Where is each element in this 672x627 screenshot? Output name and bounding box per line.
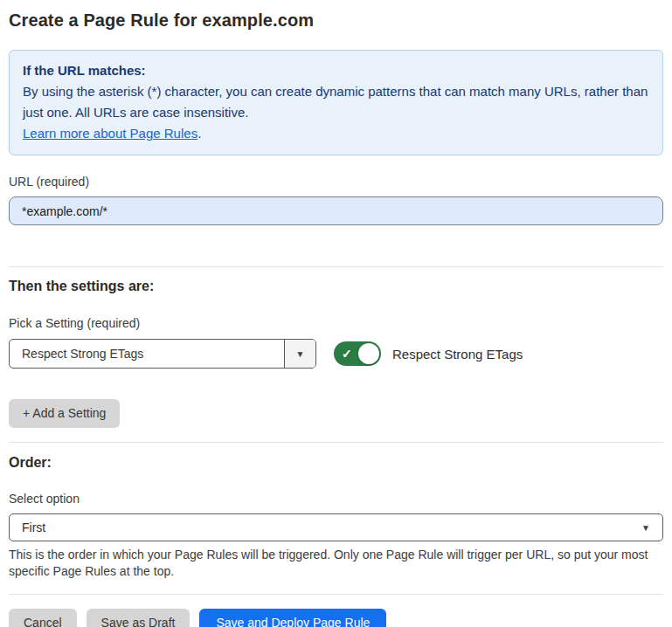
order-select-label: Select option <box>9 492 663 506</box>
order-select[interactable]: First ▼ <box>9 513 663 541</box>
setting-select-arrow-button[interactable]: ▼ <box>284 340 315 368</box>
footer-divider <box>9 594 663 595</box>
footer-actions: Cancel Save as Draft Save and Deploy Pag… <box>9 609 663 627</box>
toggle-knob[interactable] <box>358 343 379 364</box>
url-label: URL (required) <box>9 175 663 189</box>
toggle-label: Respect Strong ETags <box>392 347 523 362</box>
cancel-button[interactable]: Cancel <box>9 609 77 627</box>
page-rule-form: Create a Page Rule for example.com If th… <box>0 0 672 627</box>
info-box-body: By using the asterisk (*) character, you… <box>23 81 649 144</box>
settings-heading: Then the settings are: <box>9 278 663 295</box>
order-help-text: This is the order in which your Page Rul… <box>9 547 660 580</box>
section-divider <box>9 266 663 267</box>
setting-select[interactable]: Respect Strong ETags ▼ <box>9 339 316 369</box>
add-setting-button[interactable]: + Add a Setting <box>9 399 120 428</box>
learn-more-link[interactable]: Learn more about Page Rules <box>23 126 197 141</box>
setting-row: Respect Strong ETags ▼ ✓ Respect Strong … <box>9 339 663 369</box>
info-box-body-text: By using the asterisk (*) character, you… <box>23 84 648 120</box>
chevron-down-icon: ▼ <box>641 523 650 533</box>
section-divider <box>9 442 663 443</box>
link-period: . <box>197 126 201 141</box>
check-icon: ✓ <box>342 348 352 360</box>
dropdown-arrow-icon: ▼ <box>296 349 305 359</box>
save-deploy-button[interactable]: Save and Deploy Page Rule <box>199 609 386 627</box>
info-box-heading: If the URL matches: <box>23 60 649 81</box>
save-draft-button[interactable]: Save as Draft <box>87 609 191 627</box>
pick-setting-label: Pick a Setting (required) <box>9 316 663 331</box>
order-select-value: First <box>22 520 45 534</box>
url-match-info-box: If the URL matches: By using the asteris… <box>9 50 663 155</box>
url-input[interactable] <box>9 196 663 225</box>
etag-toggle[interactable]: ✓ <box>334 341 381 366</box>
page-title: Create a Page Rule for example.com <box>9 9 663 31</box>
setting-select-value: Respect Strong ETags <box>10 340 284 368</box>
order-heading: Order: <box>9 454 663 472</box>
